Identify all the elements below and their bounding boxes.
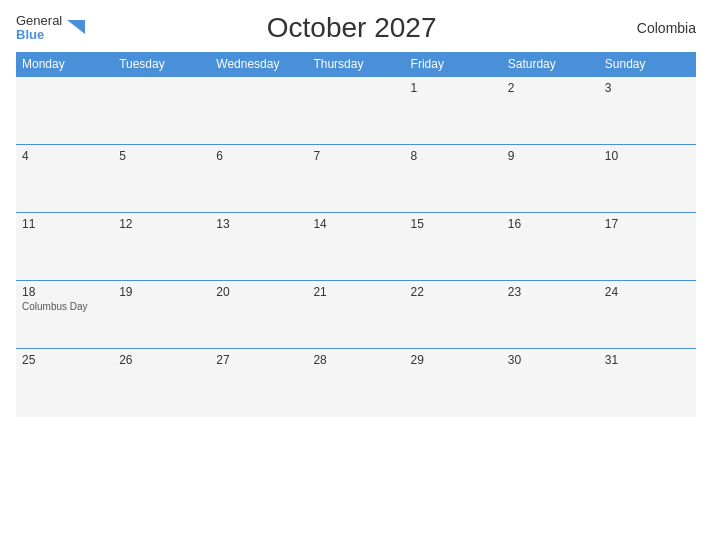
page-header: General Blue October 2027 Colombia [16,12,696,44]
calendar-day-cell: 5 [113,145,210,213]
day-number: 19 [119,285,204,299]
day-number: 17 [605,217,690,231]
header-sunday: Sunday [599,52,696,77]
calendar-day-cell: 13 [210,213,307,281]
logo: General Blue [16,14,87,43]
day-number: 8 [411,149,496,163]
day-number: 24 [605,285,690,299]
day-number: 20 [216,285,301,299]
calendar-day-cell: 17 [599,213,696,281]
calendar-week-row: 45678910 [16,145,696,213]
calendar-day-cell: 4 [16,145,113,213]
day-number: 1 [411,81,496,95]
calendar-day-cell: 26 [113,349,210,417]
day-number: 5 [119,149,204,163]
calendar-day-cell: 30 [502,349,599,417]
header-monday: Monday [16,52,113,77]
calendar-week-row: 11121314151617 [16,213,696,281]
calendar-day-cell [16,77,113,145]
day-number: 3 [605,81,690,95]
day-number: 31 [605,353,690,367]
calendar-day-cell: 16 [502,213,599,281]
day-number: 18 [22,285,107,299]
day-number: 11 [22,217,107,231]
day-number: 25 [22,353,107,367]
calendar-day-cell: 23 [502,281,599,349]
day-number: 4 [22,149,107,163]
calendar-day-cell [307,77,404,145]
logo-blue-text: Blue [16,28,62,42]
calendar-day-cell: 6 [210,145,307,213]
day-number: 12 [119,217,204,231]
day-number: 26 [119,353,204,367]
calendar-day-cell: 1 [405,77,502,145]
day-number: 22 [411,285,496,299]
day-number: 23 [508,285,593,299]
calendar-day-cell: 24 [599,281,696,349]
calendar-day-cell: 10 [599,145,696,213]
calendar-day-cell: 19 [113,281,210,349]
day-number: 6 [216,149,301,163]
calendar-day-cell [210,77,307,145]
day-number: 30 [508,353,593,367]
day-number: 2 [508,81,593,95]
day-number: 16 [508,217,593,231]
calendar-day-cell [113,77,210,145]
calendar-day-cell: 2 [502,77,599,145]
calendar-day-cell: 21 [307,281,404,349]
header-friday: Friday [405,52,502,77]
header-tuesday: Tuesday [113,52,210,77]
day-number: 27 [216,353,301,367]
calendar-day-cell: 8 [405,145,502,213]
calendar-week-row: 123 [16,77,696,145]
calendar-day-cell: 27 [210,349,307,417]
header-thursday: Thursday [307,52,404,77]
calendar-day-cell: 12 [113,213,210,281]
calendar-week-row: 18Columbus Day192021222324 [16,281,696,349]
calendar-day-cell: 9 [502,145,599,213]
day-number: 14 [313,217,398,231]
day-number: 10 [605,149,690,163]
calendar-day-cell: 20 [210,281,307,349]
day-number: 15 [411,217,496,231]
day-number: 7 [313,149,398,163]
calendar-day-cell: 11 [16,213,113,281]
calendar-title: October 2027 [87,12,616,44]
calendar-day-cell: 31 [599,349,696,417]
country-label: Colombia [616,20,696,36]
calendar-week-row: 25262728293031 [16,349,696,417]
header-wednesday: Wednesday [210,52,307,77]
calendar-day-cell: 3 [599,77,696,145]
calendar-day-cell: 7 [307,145,404,213]
weekday-header-row: Monday Tuesday Wednesday Thursday Friday… [16,52,696,77]
calendar-day-cell: 22 [405,281,502,349]
calendar-day-cell: 18Columbus Day [16,281,113,349]
logo-flag-icon [65,16,87,38]
day-number: 9 [508,149,593,163]
calendar-day-cell: 15 [405,213,502,281]
day-number: 29 [411,353,496,367]
svg-marker-0 [67,20,85,34]
day-number: 28 [313,353,398,367]
calendar-day-cell: 28 [307,349,404,417]
calendar-page: General Blue October 2027 Colombia Monda… [0,0,712,550]
calendar-table: Monday Tuesday Wednesday Thursday Friday… [16,52,696,417]
logo-general-text: General [16,14,62,28]
day-event: Columbus Day [22,301,107,312]
calendar-day-cell: 29 [405,349,502,417]
header-saturday: Saturday [502,52,599,77]
day-number: 13 [216,217,301,231]
day-number: 21 [313,285,398,299]
calendar-day-cell: 14 [307,213,404,281]
calendar-day-cell: 25 [16,349,113,417]
